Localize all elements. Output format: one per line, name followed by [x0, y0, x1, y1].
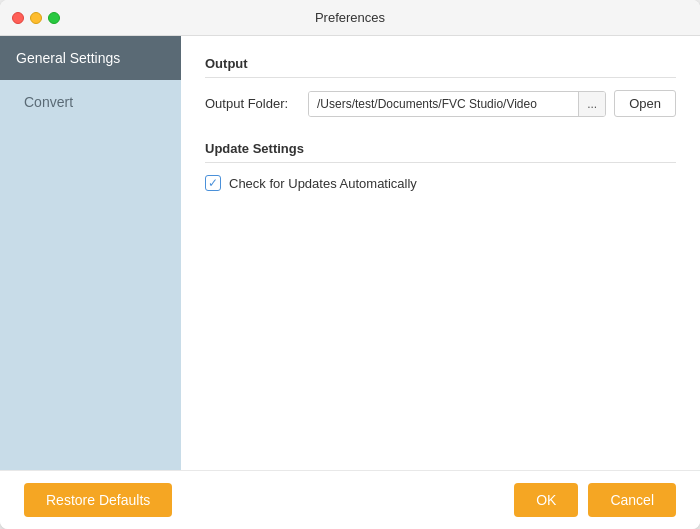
- footer: Restore Defaults OK Cancel: [0, 470, 700, 529]
- window-title: Preferences: [315, 10, 385, 25]
- ok-button[interactable]: OK: [514, 483, 578, 517]
- output-section-title: Output: [205, 56, 676, 78]
- update-section: Update Settings ✓ Check for Updates Auto…: [205, 141, 676, 191]
- traffic-lights: [12, 12, 60, 24]
- title-bar: Preferences: [0, 0, 700, 36]
- sidebar: General Settings Convert: [0, 36, 181, 470]
- path-browse-button[interactable]: ...: [578, 92, 605, 116]
- output-folder-row: Output Folder: ... Open: [205, 90, 676, 117]
- auto-update-row: ✓ Check for Updates Automatically: [205, 175, 676, 191]
- output-folder-input[interactable]: [309, 92, 578, 116]
- output-section: Output Output Folder: ... Open: [205, 56, 676, 117]
- preferences-window: Preferences General Settings Convert Out…: [0, 0, 700, 529]
- footer-right-buttons: OK Cancel: [514, 483, 676, 517]
- auto-update-label: Check for Updates Automatically: [229, 176, 417, 191]
- open-folder-button[interactable]: Open: [614, 90, 676, 117]
- maximize-button[interactable]: [48, 12, 60, 24]
- checkmark-icon: ✓: [208, 177, 218, 189]
- auto-update-checkbox[interactable]: ✓: [205, 175, 221, 191]
- sidebar-item-general-settings[interactable]: General Settings: [0, 36, 181, 80]
- output-folder-label: Output Folder:: [205, 96, 300, 111]
- restore-defaults-button[interactable]: Restore Defaults: [24, 483, 172, 517]
- close-button[interactable]: [12, 12, 24, 24]
- sidebar-item-convert[interactable]: Convert: [0, 80, 181, 124]
- update-section-title: Update Settings: [205, 141, 676, 163]
- main-content: General Settings Convert Output Output F…: [0, 36, 700, 470]
- minimize-button[interactable]: [30, 12, 42, 24]
- content-area: Output Output Folder: ... Open Update Se…: [181, 36, 700, 470]
- cancel-button[interactable]: Cancel: [588, 483, 676, 517]
- path-input-container: ...: [308, 91, 606, 117]
